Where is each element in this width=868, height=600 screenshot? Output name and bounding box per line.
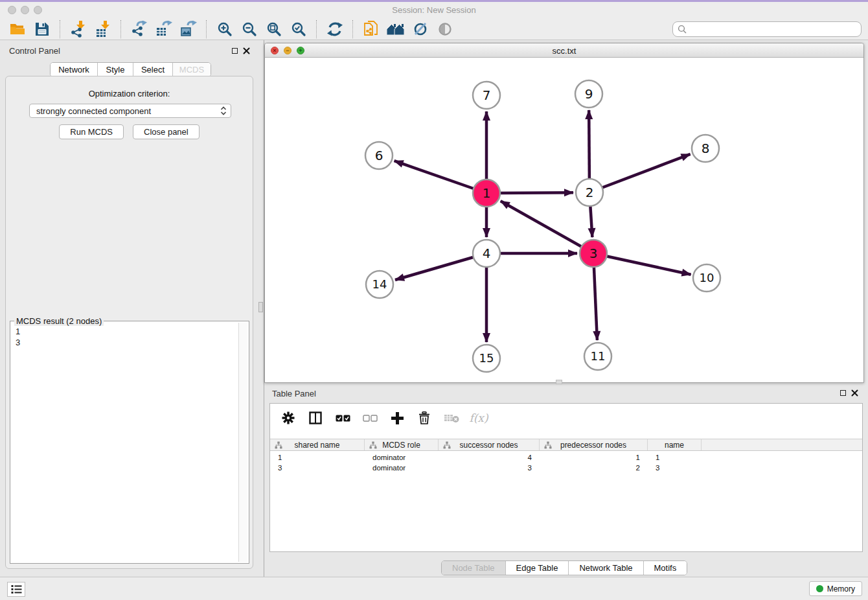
app-window: Session: New Session: [0, 0, 868, 600]
cell-successor-nodes[interactable]: 3: [439, 463, 540, 473]
graph-edge-3-10[interactable]: [593, 253, 691, 275]
graph-node-1[interactable]: 1: [473, 179, 500, 207]
graph-edge-2-8[interactable]: [589, 154, 691, 192]
svg-text:4: 4: [483, 246, 491, 261]
graph-node-2[interactable]: 2: [576, 179, 603, 206]
delete-table-icon: [444, 410, 459, 426]
select-all-checkboxes-icon[interactable]: [335, 410, 350, 426]
mcds-panel: Optimization criterion: strongly connect…: [5, 76, 253, 569]
task-history-button[interactable]: [7, 582, 25, 597]
tab-mcds[interactable]: MCDS: [173, 63, 211, 76]
tab-motifs[interactable]: Motifs: [644, 561, 687, 575]
column-header-filler: [702, 439, 862, 450]
column-header-label: shared name: [294, 441, 339, 450]
graph-node-15[interactable]: 15: [473, 345, 500, 372]
status-bar: Memory: [0, 577, 868, 600]
mcds-result-box: MCDS result (2 nodes) 1 3: [10, 321, 249, 564]
network-canvas[interactable]: 7968124314101511: [265, 58, 863, 382]
graph-node-7[interactable]: 7: [473, 82, 500, 109]
cell-successor-nodes[interactable]: 4: [439, 452, 540, 463]
mcds-result-scrollbar[interactable]: [238, 323, 247, 562]
node-table-panel: f(x) shared nameMCDS rolesuccessor nodes…: [269, 403, 863, 552]
export-network-icon[interactable]: [130, 19, 149, 39]
tab-node-table[interactable]: Node Table: [442, 561, 506, 575]
export-table-icon[interactable]: [154, 19, 174, 39]
table-header-row: shared nameMCDS rolesuccessor nodesprede…: [270, 439, 862, 451]
graph-node-10[interactable]: 10: [693, 264, 720, 292]
table-rows: 1dominator4113dominator323: [270, 452, 862, 473]
memory-status-icon: [816, 585, 823, 592]
control-panel-float-icon[interactable]: [232, 48, 238, 54]
column-header-name[interactable]: name: [648, 439, 702, 450]
cell-name[interactable]: 3: [648, 463, 702, 473]
export-image-icon[interactable]: [179, 19, 198, 39]
network-graph: 7968124314101511: [265, 58, 863, 382]
home-icon[interactable]: [386, 19, 405, 39]
graph-node-3[interactable]: 3: [580, 240, 607, 267]
import-table-icon[interactable]: [93, 19, 113, 39]
tab-network-table[interactable]: Network Table: [569, 561, 643, 575]
graph-node-4[interactable]: 4: [473, 240, 500, 267]
zoom-fit-icon[interactable]: [264, 19, 284, 39]
svg-text:8: 8: [702, 141, 710, 156]
search-input[interactable]: [690, 24, 861, 34]
cell-predecessor-nodes[interactable]: 2: [540, 463, 648, 473]
control-panel-close-icon[interactable]: [243, 47, 250, 54]
table-panel-close-icon[interactable]: [851, 389, 858, 397]
tab-edge-table[interactable]: Edge Table: [506, 561, 569, 575]
search-field[interactable]: [672, 21, 862, 37]
vertical-splitter-handle[interactable]: [258, 302, 263, 312]
table-toolbar: f(x): [270, 404, 862, 432]
table-panel-float-icon[interactable]: [840, 390, 846, 396]
save-session-icon[interactable]: [32, 19, 52, 39]
horizontal-splitter-handle[interactable]: [556, 380, 562, 384]
cell-predecessor-nodes[interactable]: 1: [540, 452, 648, 463]
add-row-icon[interactable]: [389, 410, 405, 426]
memory-button[interactable]: Memory: [809, 581, 862, 596]
graph-edge-3-1[interactable]: [501, 201, 593, 253]
criterion-dropdown[interactable]: strongly connected component: [29, 104, 231, 118]
table-panel-title: Table Panel: [272, 389, 316, 398]
network-view-window: × − + scc.txt 7968124314101511: [264, 43, 864, 383]
zoom-selected-icon[interactable]: [289, 19, 308, 39]
close-panel-button[interactable]: Close panel: [133, 124, 200, 139]
toolbar-separator: [206, 20, 207, 38]
show-columns-icon[interactable]: [308, 410, 323, 426]
column-header-successor-nodes[interactable]: successor nodes: [439, 439, 540, 450]
cell-name[interactable]: 1: [648, 452, 702, 463]
column-header-MCDS-role[interactable]: MCDS role: [365, 439, 439, 450]
graph-node-6[interactable]: 6: [365, 142, 393, 169]
deselect-all-checkboxes-icon[interactable]: [362, 410, 378, 426]
refresh-view-icon[interactable]: [325, 19, 345, 39]
run-mcds-button[interactable]: Run MCDS: [59, 124, 124, 139]
tab-style[interactable]: Style: [98, 63, 133, 76]
cell-shared-name[interactable]: 3: [270, 463, 365, 473]
table-row[interactable]: 1dominator411: [270, 452, 862, 463]
open-session-icon[interactable]: [8, 19, 27, 39]
tab-select[interactable]: Select: [133, 63, 173, 76]
graph-node-11[interactable]: 11: [584, 343, 611, 370]
import-network-icon[interactable]: [69, 19, 88, 39]
column-header-label: successor nodes: [459, 441, 518, 450]
svg-text:2: 2: [586, 185, 594, 200]
cell-shared-name[interactable]: 1: [270, 452, 365, 463]
function-builder-icon: f(x): [471, 410, 486, 426]
zoom-out-icon[interactable]: [240, 19, 259, 39]
graph-node-14[interactable]: 14: [366, 271, 393, 298]
tab-network[interactable]: Network: [51, 63, 98, 76]
network-from-file-icon[interactable]: [361, 19, 381, 39]
hide-panel-icon[interactable]: [411, 19, 430, 39]
table-settings-icon[interactable]: [280, 410, 296, 426]
delete-row-icon[interactable]: [417, 410, 432, 426]
network-window-titlebar: × − + scc.txt: [265, 43, 863, 58]
table-row[interactable]: 3dominator323: [270, 463, 862, 473]
cell-MCDS-role[interactable]: dominator: [365, 452, 439, 463]
zoom-in-icon[interactable]: [215, 19, 234, 39]
graph-node-8[interactable]: 8: [692, 135, 719, 162]
column-header-predecessor-nodes[interactable]: predecessor nodes: [540, 439, 648, 450]
cell-MCDS-role[interactable]: dominator: [365, 463, 439, 473]
column-header-shared-name[interactable]: shared name: [270, 439, 365, 450]
column-type-icon: [544, 441, 552, 451]
graph-node-9[interactable]: 9: [575, 80, 602, 108]
graph-edge-1-6[interactable]: [394, 161, 486, 193]
